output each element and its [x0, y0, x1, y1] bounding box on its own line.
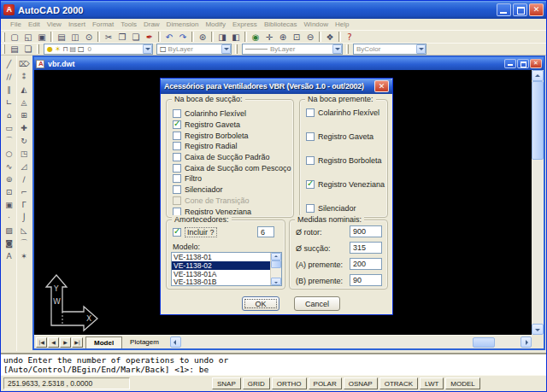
ellipse-icon[interactable]: ⊚: [3, 173, 16, 185]
save-icon[interactable]: ▣: [35, 32, 49, 43]
checkbox[interactable]: [306, 132, 315, 141]
scale-icon[interactable]: ◳: [17, 147, 31, 160]
cut-icon[interactable]: ✂: [102, 32, 115, 43]
scroll-left-icon[interactable]: [170, 336, 181, 348]
checkbox[interactable]: [173, 153, 181, 161]
snap-toggle[interactable]: SNAP: [212, 377, 241, 389]
checkbox[interactable]: [306, 204, 315, 213]
suction-option-row[interactable]: Registro Gaveta: [167, 120, 293, 131]
menu-modify[interactable]: Modify: [202, 20, 229, 28]
measure-field[interactable]: 315: [350, 242, 382, 254]
insert-hyperlink-icon[interactable]: ⊛: [196, 32, 209, 43]
suction-option-row[interactable]: Registro Borboleta: [167, 130, 293, 141]
doc-restore-button[interactable]: [517, 59, 529, 68]
help-icon[interactable]: ?: [343, 32, 356, 43]
include-row[interactable]: Incluir ?: [173, 227, 217, 237]
chevron-down-icon[interactable]: [332, 44, 342, 54]
layers-manager-icon[interactable]: ▤: [8, 44, 21, 55]
ok-button[interactable]: OK: [242, 296, 279, 311]
checkbox[interactable]: [306, 156, 315, 165]
otrack-toggle[interactable]: OTRACK: [379, 377, 418, 389]
premente-option-row[interactable]: Registro Borboleta: [300, 155, 387, 166]
premente-option-row[interactable]: Silenciador: [300, 203, 387, 214]
pan-icon[interactable]: ✛: [262, 32, 276, 43]
suction-option-row[interactable]: Colarinho Flexível: [167, 108, 293, 120]
toolbar-grip[interactable]: [3, 32, 5, 42]
menu-edit[interactable]: Edit: [25, 20, 44, 28]
toolbar-grip[interactable]: [346, 44, 349, 54]
region-icon[interactable]: ◙: [3, 237, 16, 249]
polygon-icon[interactable]: ⌂: [3, 108, 16, 121]
make-block-icon[interactable]: ▣: [3, 198, 16, 211]
restore-button[interactable]: [513, 3, 527, 16]
vertical-scroll-thumb[interactable]: [532, 81, 544, 160]
polyline-icon[interactable]: ∟: [3, 96, 16, 108]
measure-field[interactable]: 200: [350, 258, 382, 270]
model-list-item[interactable]: VE-1138-01A: [172, 270, 270, 278]
zoom-previous-icon[interactable]: ⊖: [303, 32, 317, 43]
menu-view[interactable]: View: [44, 20, 65, 28]
checkbox[interactable]: [173, 185, 181, 194]
menu-format[interactable]: Format: [89, 20, 117, 28]
menu-express[interactable]: Express: [229, 20, 261, 28]
extend-icon[interactable]: Γ: [17, 198, 31, 211]
tab-plotagem[interactable]: Plotagem: [122, 336, 167, 348]
grid-toggle[interactable]: GRID: [243, 377, 270, 389]
separator[interactable]: [191, 32, 194, 42]
premente-option-row[interactable]: Registro Veneziana: [300, 179, 387, 190]
rectangle-icon[interactable]: ▭: [3, 121, 16, 134]
break-icon[interactable]: ⌡: [17, 211, 31, 224]
new-file-icon[interactable]: ▢: [8, 32, 21, 43]
toolbar-grip[interactable]: [235, 44, 238, 54]
dbconnect-icon[interactable]: ◧: [229, 32, 243, 43]
chamfer-icon[interactable]: ◺: [17, 224, 31, 237]
suction-option-row[interactable]: Silenciador: [167, 184, 293, 196]
plotstyle-combo[interactable]: ByColor: [353, 44, 426, 55]
offset-icon[interactable]: ◬: [17, 96, 31, 108]
undo-icon[interactable]: ↶: [162, 32, 176, 43]
menu-file[interactable]: File: [7, 20, 25, 28]
model-listbox[interactable]: VE-1138-01 VE-1138-02 VE-1138-01A VE-113…: [171, 252, 282, 286]
layer-color-swatch[interactable]: □: [78, 45, 85, 53]
paste-icon[interactable]: ❏: [129, 32, 143, 43]
zoom-window-icon[interactable]: ⊡: [290, 32, 303, 43]
command-line[interactable]: undo Enter the number of operations to u…: [1, 353, 546, 377]
checkbox[interactable]: [173, 132, 181, 140]
model-list-item[interactable]: VE-1138-02: [172, 261, 270, 270]
separator[interactable]: [158, 32, 161, 42]
dialog-close-button[interactable]: ✕: [374, 80, 389, 92]
listbox-scrollbar[interactable]: [270, 253, 281, 285]
explode-icon[interactable]: ✶: [17, 249, 31, 262]
separator[interactable]: [338, 32, 341, 42]
print-icon[interactable]: ▤: [55, 32, 68, 43]
adcenter-icon[interactable]: ◨: [215, 32, 229, 43]
color-combo[interactable]: □ ByLayer: [156, 44, 232, 55]
hatch-icon[interactable]: ▨: [3, 224, 16, 237]
find-icon[interactable]: ⊙: [82, 32, 96, 43]
scroll-up-icon[interactable]: [532, 70, 544, 81]
rotate-icon[interactable]: ↻: [17, 134, 31, 147]
menu-dimension[interactable]: Dimension: [163, 20, 203, 28]
arc-icon[interactable]: ⌒: [3, 134, 16, 147]
copy-object-icon[interactable]: ⁑: [17, 70, 31, 83]
horizontal-scroll-track[interactable]: [181, 336, 521, 348]
menu-insert[interactable]: Insert: [65, 20, 89, 28]
tab-next-button[interactable]: ▶: [60, 337, 71, 348]
make-layer-current-icon[interactable]: ❏: [21, 44, 35, 55]
tab-model[interactable]: Model: [85, 336, 122, 348]
mirror-icon[interactable]: ◭: [17, 83, 31, 96]
model-list-item[interactable]: VE-1138-01B: [172, 278, 270, 285]
ortho-toggle[interactable]: ORTHO: [272, 377, 307, 389]
checkbox[interactable]: [173, 164, 181, 173]
separator[interactable]: [319, 32, 321, 42]
scroll-up-icon[interactable]: [271, 253, 281, 260]
print-preview-icon[interactable]: ◫: [68, 32, 82, 43]
model-toggle[interactable]: MODEL: [445, 377, 479, 389]
unlock-icon[interactable]: ⊓: [62, 45, 68, 53]
count-field[interactable]: 6: [257, 226, 274, 237]
listbox-scroll-thumb[interactable]: [271, 260, 281, 268]
suction-option-row[interactable]: Registro Radial: [167, 141, 293, 152]
suction-option-row[interactable]: Caixa de Sucção Padrão: [167, 152, 293, 163]
zoom-realtime-icon[interactable]: ⊕: [276, 32, 290, 43]
menu-help[interactable]: Help: [332, 20, 352, 28]
